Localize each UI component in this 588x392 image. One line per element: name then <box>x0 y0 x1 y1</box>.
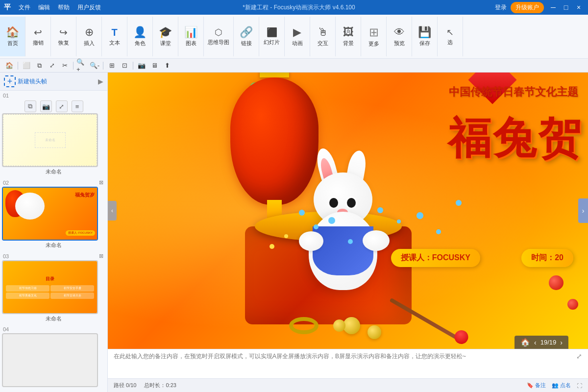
main-toolbar: 🏠 首页 ↩ 撤销 ↪ 恢复 ⊕ 插入 T 文本 👤 角色 🎓 课堂 📊 图表 … <box>0 15 588 59</box>
attendance-button[interactable]: 👥 点名 <box>552 382 571 389</box>
menu-feedback[interactable]: 用户反馈 <box>75 2 103 13</box>
page-prev-button[interactable]: ‹ <box>534 339 537 346</box>
banner-tag-time: 时间：20 <box>521 249 573 267</box>
toolbar-home-label: 首页 <box>7 40 18 47</box>
toolbar-select[interactable]: ↖ 选 <box>438 17 463 56</box>
slide-thumbnail-04[interactable] <box>2 333 98 387</box>
canvas-nav-right[interactable]: › <box>578 198 588 223</box>
attendance-label: 点名 <box>560 382 571 389</box>
page-next-button[interactable]: › <box>560 339 563 346</box>
toolbar-animation[interactable]: ▶ 动画 <box>285 17 310 56</box>
slide-copy-01[interactable]: ⧉ <box>24 100 36 112</box>
toolbar-background[interactable]: 🖼 背景 <box>336 17 361 56</box>
toolbar-text[interactable]: T 文本 <box>102 17 127 56</box>
collapse-panel-button[interactable]: ‹ <box>108 201 117 220</box>
toolbar-mindmap-label: 思维导图 <box>208 39 229 46</box>
upgrade-button[interactable]: 升级账户 <box>511 2 544 13</box>
sec-align-btn[interactable]: ⊞ <box>106 60 117 71</box>
interactive-icon: 🖱 <box>318 26 328 39</box>
animation-icon: ▶ <box>293 26 301 39</box>
toolbar-preview[interactable]: 👁 预览 <box>387 17 412 56</box>
dot-5 <box>377 207 383 213</box>
toolbar-home[interactable]: 🏠 首页 <box>0 17 25 56</box>
new-frame-button[interactable]: + 新建镜头帧 <box>4 75 47 87</box>
sec-copy-btn[interactable]: ⧉ <box>34 60 45 71</box>
menu-file[interactable]: 文件 <box>17 2 32 13</box>
panel-collapse-icon[interactable]: ▶ <box>98 77 103 85</box>
toolbar-classroom[interactable]: 🎓 课堂 <box>153 17 178 56</box>
toolbar-chart[interactable]: 📊 图表 <box>178 17 204 56</box>
toolbar-slide-label: 幻灯片 <box>264 39 280 46</box>
banner-tag-instructor: 授课人：FOCUSKY <box>391 249 480 267</box>
slide-screenshot-01[interactable]: 📷 <box>40 100 52 112</box>
sec-zoom-in-btn[interactable]: 🔍+ <box>76 60 87 71</box>
select-icon: ↖ <box>446 27 454 38</box>
toolbar-link[interactable]: 🔗 链接 <box>234 17 259 56</box>
page-home-button[interactable]: 🏠 <box>520 338 530 347</box>
new-frame-icon: + <box>4 75 16 87</box>
login-button[interactable]: 登录 <box>495 3 507 12</box>
notes-input[interactable] <box>114 352 572 369</box>
classroom-icon: 🎓 <box>159 26 172 39</box>
slide-number-01: 01 <box>2 93 105 98</box>
sec-screen-btn[interactable]: 🖥 <box>149 60 160 71</box>
sec-zoom-btn[interactable]: ⤢ <box>47 60 57 71</box>
canvas-container[interactable]: ‹ <box>108 73 588 349</box>
toolbar-insert-label: 插入 <box>84 40 95 47</box>
toolbar-undo-label: 撤销 <box>33 39 44 47</box>
slide-item-01: 01 ⧉ 📷 ⤢ ≡ 未命名 未命名 <box>2 93 105 175</box>
toolbar-save[interactable]: 💾 保存 <box>412 17 438 56</box>
sec-export-btn[interactable]: ⬆ <box>162 60 172 71</box>
toolbar-insert[interactable]: ⊕ 插入 <box>76 17 102 56</box>
slide-name-01: 未命名 <box>2 168 105 175</box>
titlebar: 平 文件 编辑 帮助 用户反馈 *新建工程 - Focusky动画演示大师 v4… <box>0 0 588 15</box>
toolbar-character[interactable]: 👤 角色 <box>127 17 153 56</box>
spring-festival-banner: 中国传统节日春节文化主题 福兔贺 授课人：FOCUSKY 时间：20 <box>108 73 588 349</box>
notes-expand-button[interactable]: ⤢ <box>576 352 582 360</box>
canvas-area: ‹ <box>108 73 588 392</box>
toolbar-slide[interactable]: ⬛ 幻灯片 <box>259 17 285 56</box>
slide-item-02: 02 ⊠ 福兔贺岁 授课人: FOCUSKY 未命名 <box>2 179 105 249</box>
toolbar-interactive[interactable]: 🖱 交互 <box>310 17 336 56</box>
sec-home-btn[interactable]: 🏠 <box>4 60 15 71</box>
toolbar-more[interactable]: ⊞ 更多 <box>361 17 387 56</box>
bunny-paw-right <box>363 230 390 251</box>
titlebar-left: 平 文件 编辑 帮助 用户反馈 <box>4 2 103 13</box>
more-icon: ⊞ <box>369 25 379 39</box>
titlebar-right: 登录 升级账户 ─ □ × <box>495 2 584 13</box>
bookmark-button[interactable]: 🔖 备注 <box>527 382 546 389</box>
sec-dist-btn[interactable]: ⊡ <box>119 60 130 71</box>
slide-panel: + 新建镜头帧 ▶ 01 ⧉ 📷 ⤢ ≡ 未命名 <box>0 73 108 392</box>
dot-12 <box>549 275 564 290</box>
dot-4 <box>348 239 353 244</box>
slide-expand-01[interactable]: ⤢ <box>56 100 68 112</box>
toc-item-3: 初节古诗大全 <box>50 293 94 299</box>
slide-thumbnail-03[interactable]: 目录 初节传统习俗 初节安全手册 初节美食文化 初节古诗大全 <box>2 260 98 314</box>
slide-more-01[interactable]: ≡ <box>72 100 83 112</box>
toolbar-undo[interactable]: ↩ 撤销 <box>25 17 51 56</box>
toolbar-more-label: 更多 <box>368 40 379 48</box>
dot-9 <box>270 244 274 249</box>
dot-13 <box>567 299 578 310</box>
toolbar-select-label: 选 <box>447 39 453 46</box>
close-button[interactable]: × <box>573 2 584 13</box>
minimize-button[interactable]: ─ <box>548 2 559 13</box>
bunny-cloth <box>313 226 373 275</box>
maximize-button[interactable]: □ <box>561 2 571 13</box>
slide-thumbnail-01[interactable]: 未命名 <box>2 113 98 167</box>
slide-item-04: 04 <box>2 326 105 387</box>
sec-zoom-out-btn[interactable]: 🔍- <box>89 60 100 71</box>
slide-thumbnail-02[interactable]: 福兔贺岁 授课人: FOCUSKY <box>2 187 98 241</box>
toolbar-redo[interactable]: ↪ 恢复 <box>51 17 76 56</box>
sec-frame-btn[interactable]: ⬜ <box>21 60 32 71</box>
menu-help[interactable]: 帮助 <box>56 2 72 13</box>
window-controls[interactable]: ─ □ × <box>548 2 584 13</box>
toolbar-mindmap[interactable]: ⬡ 思维导图 <box>204 17 234 56</box>
gold-coin-1 <box>343 317 360 334</box>
fullscreen-icon[interactable]: ⛶ <box>577 383 582 389</box>
sec-camera-btn[interactable]: 📷 <box>136 60 147 71</box>
toc-title: 目录 <box>46 276 54 282</box>
titlebar-menu: 文件 编辑 帮助 用户反馈 <box>17 2 103 13</box>
menu-edit[interactable]: 编辑 <box>36 2 52 13</box>
sec-crop-btn[interactable]: ✂ <box>59 60 70 71</box>
